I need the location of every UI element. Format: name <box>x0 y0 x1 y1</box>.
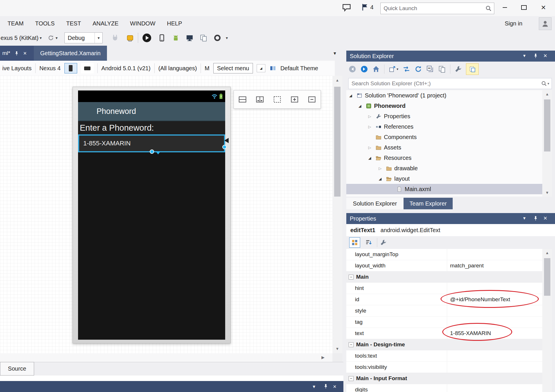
menu-test[interactable]: TEST <box>66 20 81 27</box>
property-value[interactable] <box>447 384 542 392</box>
property-category-row[interactable]: − Main - Input Format <box>346 373 542 384</box>
landscape-button[interactable] <box>81 63 94 73</box>
scrollbar-thumb[interactable] <box>544 99 550 151</box>
pin-icon[interactable] <box>533 216 538 221</box>
properties-panel-header[interactable]: Properties ▾ × <box>346 213 555 224</box>
designer-horizontal-scrollbar[interactable]: ▶ <box>0 353 332 362</box>
scroll-right-icon[interactable]: ▶ <box>321 355 325 360</box>
collapse-icon[interactable]: − <box>349 342 354 347</box>
refresh-devices-icon[interactable] <box>47 34 54 41</box>
notifications-button[interactable]: 4 <box>361 3 373 11</box>
scroll-down-icon[interactable]: ▼ <box>332 347 342 351</box>
pin-icon[interactable] <box>323 384 328 389</box>
collapse-icon[interactable]: − <box>349 275 354 280</box>
property-value[interactable] <box>447 249 542 260</box>
minimize-button[interactable] <box>498 1 512 14</box>
tree-item-properties[interactable]: ▷ Properties <box>346 111 542 121</box>
designer-vertical-scrollbar[interactable]: ▲ ▼ <box>332 76 342 353</box>
solution-search-input[interactable] <box>349 80 541 87</box>
forward-icon[interactable] <box>360 65 368 73</box>
tab-gettingstarted[interactable]: GettingStarted.Xamarin <box>34 46 107 61</box>
tab-solution-explorer[interactable]: Solution Explorer <box>346 198 404 209</box>
expander-icon[interactable]: ▷ <box>368 114 376 119</box>
expander-icon[interactable]: ◢ <box>379 177 386 181</box>
back-icon[interactable] <box>349 65 356 73</box>
property-value[interactable] <box>447 350 542 361</box>
close-icon[interactable]: × <box>333 384 336 389</box>
menu-tools[interactable]: TOOLS <box>35 20 55 27</box>
tab-list-chevron-icon[interactable]: ▾ <box>334 50 336 56</box>
chevron-down-icon[interactable]: ▾ <box>95 33 102 43</box>
home-icon[interactable] <box>372 65 380 73</box>
alternative-layouts-button[interactable]: ive Layouts <box>2 65 32 72</box>
solution-explorer-scrollbar[interactable]: ▲ ▼ <box>542 90 552 197</box>
close-icon[interactable]: × <box>543 52 547 60</box>
selection-bounds-button[interactable] <box>270 92 285 107</box>
expander-icon[interactable]: ▷ <box>368 145 376 150</box>
sdk-manager-icon[interactable] <box>214 34 221 42</box>
expander-icon[interactable]: ▷ <box>379 166 386 171</box>
device-manager-icon[interactable] <box>158 34 166 42</box>
attach-icon[interactable] <box>111 34 119 42</box>
categorized-view-button[interactable] <box>349 237 360 248</box>
select-menu-combo[interactable]: Select menu <box>213 63 253 73</box>
pending-changes-filter-icon[interactable] <box>438 65 446 73</box>
tree-item-drawable[interactable]: ▷ drawable <box>346 163 542 173</box>
tree-item-references[interactable]: ▷ References <box>346 121 542 132</box>
show-all-files-toggle[interactable] <box>466 63 479 75</box>
selected-object-row[interactable]: editText1 android.widget.EditText <box>346 224 555 236</box>
scrollbar-thumb[interactable] <box>334 87 341 197</box>
pin-icon[interactable] <box>533 53 538 58</box>
expander-icon[interactable]: ◢ <box>368 156 376 160</box>
property-row[interactable]: layout_marginTop <box>346 249 542 260</box>
property-row[interactable]: digits <box>346 384 542 392</box>
alphabetical-sort-button[interactable] <box>363 237 374 248</box>
property-category-row[interactable]: − Main <box>346 271 542 283</box>
android-emulator-icon[interactable] <box>172 34 180 42</box>
design-surface[interactable]: Phoneword Enter a Phoneword: 1-855-XAMAR… <box>0 76 332 353</box>
quick-launch-input[interactable] <box>381 5 485 12</box>
expander-icon[interactable]: ◢ <box>358 104 366 108</box>
collapse-icon[interactable]: − <box>349 376 354 381</box>
property-value[interactable] <box>447 362 542 373</box>
scope-button[interactable]: ▾ <box>389 66 398 73</box>
toolbar-overflow-icon[interactable]: ▾ <box>226 36 228 40</box>
scroll-down-icon[interactable]: ▼ <box>542 191 552 195</box>
device-screen-icon[interactable] <box>186 34 193 42</box>
search-icon[interactable] <box>541 81 547 86</box>
portrait-button[interactable] <box>64 63 77 73</box>
property-row[interactable]: tools:text <box>346 350 542 362</box>
scroll-up-icon[interactable]: ▲ <box>542 251 552 255</box>
android-version-selector[interactable]: Android 5.0.1 (v21) <box>101 65 151 72</box>
source-view-tab[interactable]: Source <box>0 362 34 376</box>
edittext-widget-selected[interactable]: 1-855-XAMARIN <box>78 134 225 152</box>
properties-scrollbar[interactable]: ▲ <box>542 249 552 392</box>
search-icon[interactable] <box>485 5 492 12</box>
refresh-icon[interactable] <box>415 65 422 73</box>
menu-window[interactable]: WINDOW <box>130 20 156 27</box>
close-icon[interactable]: × <box>23 50 27 57</box>
close-button[interactable]: × <box>536 1 550 14</box>
language-selector[interactable]: (All languages) <box>158 65 197 72</box>
properties-wrench-icon[interactable] <box>455 66 462 73</box>
split-vertical-button[interactable] <box>252 92 267 107</box>
menu-preview-button[interactable]: ◢ <box>257 64 265 72</box>
tree-item-solution[interactable]: ◢ Solution 'Phoneword' (1 project) <box>346 90 542 101</box>
expander-icon[interactable]: ◢ <box>349 93 357 98</box>
property-row[interactable]: tag <box>346 317 542 328</box>
tree-item-main-axml[interactable]: Main.axml <box>346 184 542 194</box>
tree-item-resources[interactable]: ◢ Resources <box>346 153 542 163</box>
tree-item-assets[interactable]: ▷ Assets <box>346 142 542 153</box>
account-avatar[interactable] <box>539 17 552 30</box>
device-selector[interactable]: Nexus 4 <box>39 65 60 72</box>
resize-handle-bottom[interactable] <box>150 149 154 154</box>
property-pages-wrench-icon[interactable] <box>380 239 386 246</box>
property-category-row[interactable]: − Main - Design-time <box>346 339 542 350</box>
property-row[interactable]: layout_width match_parent <box>346 260 542 271</box>
window-menu-chevron-icon[interactable]: ▾ <box>523 53 526 58</box>
chevron-down-icon[interactable]: ▾ <box>40 36 42 40</box>
pin-icon[interactable] <box>14 51 19 56</box>
sync-selection-icon[interactable] <box>403 65 410 73</box>
device-dropdown[interactable]: exus 5 (KitKat) <box>1 35 38 41</box>
scrollbar-thumb[interactable] <box>544 258 550 296</box>
